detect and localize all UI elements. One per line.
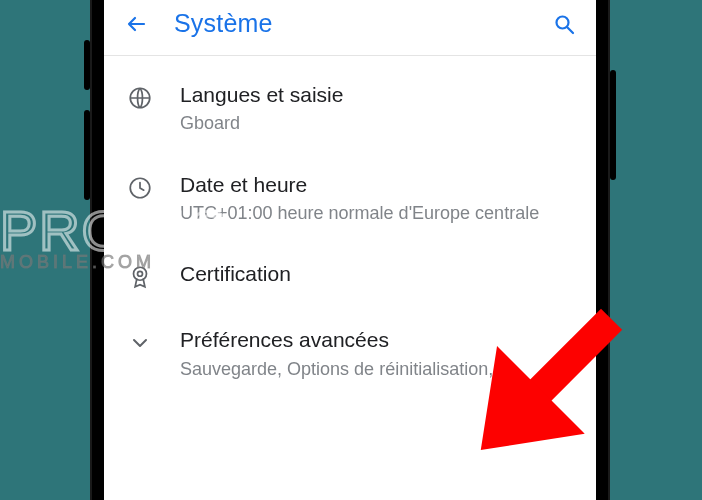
hw-button: [84, 40, 90, 90]
page-title: Système: [174, 9, 273, 38]
settings-list: Langues et saisie Gboard Date et heure U…: [104, 56, 596, 407]
hw-button: [610, 70, 616, 180]
screen: Bb.B Système: [104, 0, 596, 500]
settings-item-advanced[interactable]: Préférences avancées Sauvegarde, Options…: [104, 309, 596, 399]
svg-point-4: [134, 268, 147, 281]
svg-line-1: [568, 27, 574, 33]
item-title: Langues et saisie: [180, 82, 574, 108]
item-title: Date et heure: [180, 172, 574, 198]
item-title: Certification: [180, 261, 574, 287]
phone-frame: Bb.B Système: [90, 0, 610, 500]
item-subtitle: Sauvegarde, Options de réinitialisation,…: [180, 358, 574, 381]
badge-icon: [126, 263, 154, 291]
search-button[interactable]: [550, 10, 578, 38]
settings-item-certification[interactable]: Certification: [104, 243, 596, 309]
clock-icon: [126, 174, 154, 202]
item-title: Préférences avancées: [180, 327, 574, 353]
svg-point-0: [557, 16, 569, 28]
chevron-down-icon: [126, 329, 154, 357]
settings-item-datetime[interactable]: Date et heure UTC+01:00 heure normale d'…: [104, 154, 596, 244]
item-subtitle: UTC+01:00 heure normale d'Europe central…: [180, 202, 574, 225]
globe-icon: [126, 84, 154, 112]
arrow-left-icon: [124, 12, 148, 36]
back-button[interactable]: [122, 10, 150, 38]
item-subtitle: Gboard: [180, 112, 574, 135]
search-icon: [552, 12, 576, 36]
settings-item-languages[interactable]: Langues et saisie Gboard: [104, 64, 596, 154]
hw-button: [84, 110, 90, 200]
app-header: Système: [104, 0, 596, 56]
svg-point-5: [138, 272, 143, 277]
